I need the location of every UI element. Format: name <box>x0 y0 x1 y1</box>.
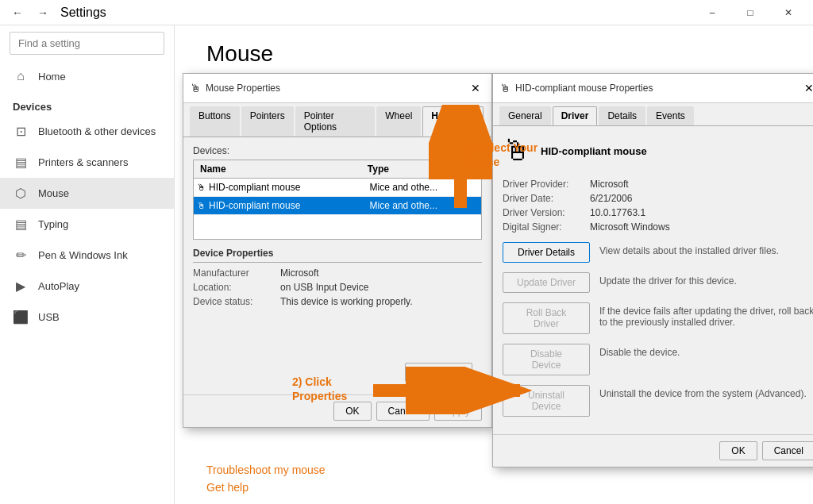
hid-cancel-button[interactable]: Cancel <box>762 441 813 460</box>
disable-device-button: Disable Device <box>503 344 590 375</box>
hid-dialog-title: HID-compliant mouse Properties <box>515 83 653 94</box>
cancel-button[interactable]: Cancel <box>376 402 430 421</box>
sidebar-item-label: AutoPlay <box>38 280 79 292</box>
app-title: Settings <box>60 6 106 20</box>
ok-button[interactable]: OK <box>333 402 371 421</box>
autoplay-icon: ▶ <box>13 279 29 294</box>
hid-device-name: HID-compliant mouse <box>541 145 647 157</box>
back-button[interactable]: ← <box>6 2 29 24</box>
properties-row: Properties <box>193 358 482 387</box>
sidebar-item-usb[interactable]: ⬛ USB <box>0 302 174 333</box>
hid-title-icon: 🖱 <box>499 82 511 94</box>
usb-icon: ⬛ <box>13 310 29 325</box>
hid-dialog-close[interactable]: ✕ <box>800 79 813 98</box>
mouse-dialog-tabs: Buttons Pointers Pointer Options Wheel H… <box>183 103 491 137</box>
device-row-icon: 🖱 <box>197 183 206 192</box>
device-row-type: Mice and othe... <box>367 180 478 194</box>
mouse-dialog-content: Devices: Name Type 🖱 HID-compliant mouse… <box>183 137 491 394</box>
sidebar-section-title: Devices <box>0 91 174 116</box>
prop-label: Location: <box>193 282 280 293</box>
title-bar-left: ← → Settings <box>6 2 106 24</box>
driver-buttons-container: Driver DetailsView details about the ins… <box>503 242 813 421</box>
roll-back-driver-description: If the device fails after updating the d… <box>599 302 813 328</box>
hid-dialog-titlebar: 🖱 HID-compliant mouse Properties ✕ <box>493 74 813 103</box>
uninstall-device-description: Uninstall the device from the system (Ad… <box>599 385 813 399</box>
update-driver-button: Update Driver <box>503 272 590 293</box>
prop-label: Digital Signer: <box>503 221 590 233</box>
mouse-icon: ⬡ <box>13 186 29 201</box>
device-row-name: HID-compliant mouse <box>209 198 367 213</box>
content-area: Mouse Troubleshoot my mouse Get help 🖱 M… <box>175 25 813 504</box>
tab-pointer-options[interactable]: Pointer Options <box>295 106 376 137</box>
sidebar-item-mouse[interactable]: ⬡ Mouse <box>0 178 174 209</box>
help-link[interactable]: Get help <box>206 481 781 494</box>
page-title: Mouse <box>206 41 781 67</box>
bluetooth-icon: ⊡ <box>13 124 29 139</box>
tab-general[interactable]: General <box>499 106 551 125</box>
prop-value: This device is working properly. <box>280 296 413 307</box>
sidebar-item-label: Home <box>38 71 66 83</box>
close-button[interactable]: ✕ <box>770 0 807 25</box>
search-input[interactable] <box>10 32 164 55</box>
tab-hardware[interactable]: Hardware <box>422 106 484 137</box>
tab-events[interactable]: Events <box>647 106 694 125</box>
disable-device-description: Disable the device. <box>599 344 813 358</box>
minimize-button[interactable]: – <box>694 0 730 25</box>
sidebar-item-typing[interactable]: ▤ Typing <box>0 209 174 240</box>
tab-pointers[interactable]: Pointers <box>241 106 294 137</box>
tab-wheel[interactable]: Wheel <box>376 106 421 137</box>
forward-button[interactable]: → <box>32 2 54 24</box>
table-row[interactable]: 🖱 HID-compliant mouse Mice and othe... <box>194 179 481 197</box>
devices-table: Name Type 🖱 HID-compliant mouse Mice and… <box>193 160 482 240</box>
roll-back-driver-button: Roll Back Driver <box>503 302 590 334</box>
driver-details-button[interactable]: Driver Details <box>503 242 590 263</box>
prop-location: Location: on USB Input Device <box>193 282 482 293</box>
tab-details[interactable]: Details <box>599 106 645 125</box>
col-name: Name <box>197 162 364 176</box>
device-row-icon: 🖱 <box>197 201 206 210</box>
device-properties-title: Device Properties <box>193 248 482 263</box>
maximize-button[interactable]: □ <box>732 0 769 25</box>
properties-button[interactable]: Properties <box>405 363 472 382</box>
hid-properties-dialog: 🖱 HID-compliant mouse Properties ✕ Gener… <box>492 73 813 467</box>
search-container <box>0 25 174 61</box>
home-icon: ⌂ <box>13 69 29 83</box>
hid-prop-version: Driver Version: 10.0.17763.1 <box>503 207 813 218</box>
links-section: Troubleshoot my mouse Get help <box>206 464 781 494</box>
sidebar-item-pen[interactable]: ✏ Pen & Windows Ink <box>0 240 174 271</box>
typing-icon: ▤ <box>13 217 29 232</box>
window-controls: – □ ✕ <box>694 0 807 25</box>
main-layout: ⌂ Home Devices ⊡ Bluetooth & other devic… <box>0 25 813 504</box>
spacer <box>193 310 482 358</box>
prop-status: Device status: This device is working pr… <box>193 296 482 307</box>
update-driver-description: Update the driver for this device. <box>599 272 813 287</box>
prop-label: Device status: <box>193 296 280 307</box>
title-bar: ← → Settings – □ ✕ <box>0 0 813 25</box>
apply-button[interactable]: Apply <box>434 402 482 421</box>
dialog-title-icon: 🖱 <box>190 82 201 94</box>
hid-prop-provider: Driver Provider: Microsoft <box>503 179 813 190</box>
uninstall-device-button: Uninstall Device <box>503 385 590 417</box>
mouse-dialog-close[interactable]: ✕ <box>466 79 485 98</box>
prop-value: on USB Input Device <box>280 282 368 293</box>
col-type: Type <box>364 162 478 176</box>
sidebar-item-autoplay[interactable]: ▶ AutoPlay <box>0 271 174 302</box>
sidebar-item-bluetooth[interactable]: ⊡ Bluetooth & other devices <box>0 116 174 147</box>
driver-details-description: View details about the installed driver … <box>599 242 813 256</box>
hid-dialog-content: 🖱 HID-compliant mouse Driver Provider: M… <box>493 126 813 434</box>
prop-value: Microsoft <box>590 179 629 190</box>
sidebar-item-printers[interactable]: ▤ Printers & scanners <box>0 147 174 178</box>
mouse-dialog-title: Mouse Properties <box>206 83 280 94</box>
dialog-title-left: 🖱 Mouse Properties <box>190 82 280 94</box>
table-row[interactable]: 🖱 HID-compliant mouse Mice and othe... <box>194 197 481 215</box>
tab-buttons[interactable]: Buttons <box>190 106 240 137</box>
sidebar-item-label: Bluetooth & other devices <box>38 125 156 137</box>
hid-ok-button[interactable]: OK <box>719 441 757 460</box>
printer-icon: ▤ <box>13 155 29 170</box>
sidebar-item-home[interactable]: ⌂ Home <box>0 61 174 91</box>
prop-label: Driver Version: <box>503 207 590 218</box>
prop-label: Driver Date: <box>503 193 590 204</box>
hid-prop-signer: Digital Signer: Microsoft Windows <box>503 221 813 233</box>
tab-driver[interactable]: Driver <box>553 106 598 125</box>
hid-dialog-buttons: OK Cancel <box>493 434 813 467</box>
